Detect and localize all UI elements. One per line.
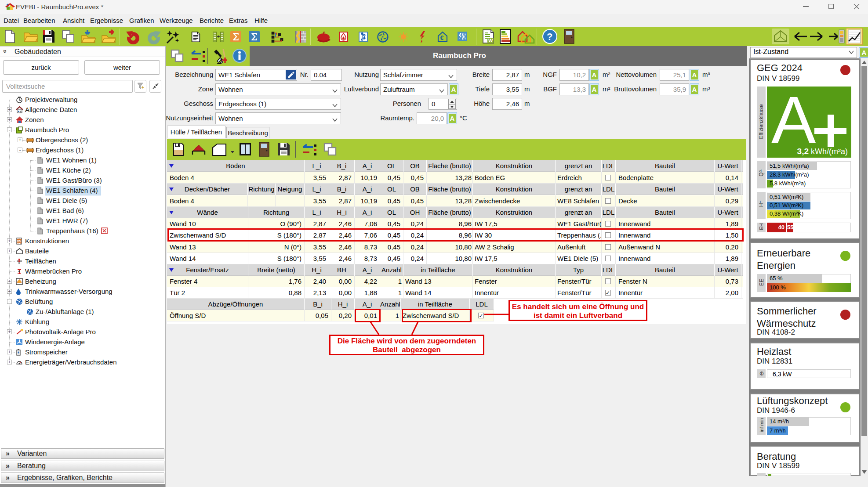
svg-text:€: € [440, 34, 444, 41]
svg-text:?: ? [547, 31, 552, 42]
svg-text:W: W [488, 38, 493, 43]
